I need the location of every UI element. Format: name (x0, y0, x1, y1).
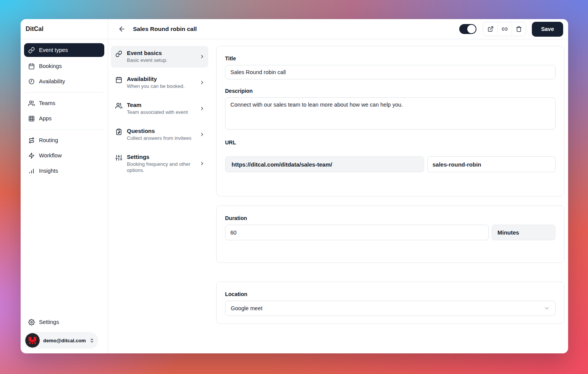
duration-input[interactable] (225, 225, 489, 240)
event-basics-card: Title Descripion Connect with our sales … (216, 46, 564, 196)
page-title: Sales Round robin call (133, 26, 197, 32)
avatar (25, 333, 40, 348)
sidebar-item-label: Workflow (39, 152, 62, 159)
subnav-item-availability[interactable]: Availability When you can be booked. (111, 72, 208, 94)
chevron-right-icon (199, 161, 205, 166)
subnav-item-title: Questions (127, 128, 195, 134)
users-icon (115, 102, 122, 116)
sidebar-divider (25, 129, 104, 130)
trash-icon (516, 26, 522, 32)
content-area: Event basics Basic event setup. Availabi… (108, 39, 568, 353)
url-base-readonly: https://ditcal.com/ditdata/sales-team/ (225, 156, 424, 172)
chevron-right-icon (199, 80, 205, 85)
sidebar-item-availability[interactable]: Availability (24, 74, 104, 89)
sidebar-item-label: Event types (39, 47, 68, 53)
sidebar-item-event-types[interactable]: Event types (24, 43, 104, 57)
sidebar-item-bookings[interactable]: Bookings (24, 58, 104, 74)
link-icon (115, 50, 122, 64)
sidebar-item-label: Apps (39, 115, 52, 121)
event-subnav: Event basics Basic event setup. Availabi… (108, 39, 211, 353)
chevron-down-icon (544, 305, 550, 311)
subnav-item-text: Availability When you can be booked. (127, 76, 195, 90)
subnav-item-subtitle: Collect answers from invitees (127, 135, 195, 142)
sidebar-item-label: Teams (39, 100, 55, 106)
duration-unit: Minutes (492, 225, 556, 240)
back-button[interactable] (117, 24, 127, 34)
user-menu[interactable]: demo@ditcal.com (24, 332, 98, 349)
app-window: DitCal Event types Bookings Availability… (21, 19, 568, 353)
user-email: demo@ditcal.com (43, 338, 86, 343)
preview-button[interactable] (483, 22, 497, 36)
publish-toggle[interactable] (459, 24, 476, 34)
delete-button[interactable] (512, 22, 526, 36)
subnav-item-text: Team Team associated with event (127, 102, 195, 116)
url-slug-input[interactable] (427, 156, 556, 172)
app-logo: DitCal (21, 19, 108, 39)
location-card: Location Google meet (216, 282, 564, 324)
subnav-item-settings[interactable]: Settings Booking frequency and other opt… (111, 150, 208, 178)
sidebar-item-insights[interactable]: Insights (24, 163, 104, 178)
location-label: Location (225, 291, 556, 297)
sidebar-item-apps[interactable]: Apps (24, 111, 104, 126)
toggle-knob (467, 25, 476, 33)
title-input[interactable] (225, 65, 556, 79)
chevrons-up-down-icon (89, 338, 94, 343)
subnav-item-title: Settings (127, 154, 195, 160)
subnav-item-subtitle: Team associated with event (127, 109, 195, 116)
copy-link-button[interactable] (497, 22, 512, 36)
page-header: Sales Round robin call Save (108, 19, 568, 39)
url-row: https://ditcal.com/ditdata/sales-team/ (225, 156, 556, 172)
subnav-item-text: Event basics Basic event setup. (127, 50, 195, 64)
sidebar-item-label: Routing (39, 137, 58, 143)
calendar-icon (28, 63, 35, 70)
event-actions-group (483, 22, 526, 36)
sidebar-item-label: Availability (39, 78, 65, 84)
chevron-right-icon (199, 132, 205, 137)
grid-icon (28, 115, 35, 122)
clipboard-edit-icon (115, 128, 122, 142)
sidebar: DitCal Event types Bookings Availability… (21, 19, 108, 353)
description-label: Descripion (225, 88, 556, 94)
location-selected-value: Google meet (231, 305, 262, 311)
main-region: Sales Round robin call Save (108, 19, 568, 353)
chevron-right-icon (199, 106, 205, 111)
save-button[interactable]: Save (532, 22, 563, 37)
chevron-right-icon (199, 54, 205, 59)
link-icon (28, 47, 35, 53)
subnav-item-questions[interactable]: Questions Collect answers from invitees (111, 124, 208, 146)
subnav-item-title: Event basics (127, 50, 195, 56)
duration-card: Duration Minutes (216, 206, 564, 263)
calendar-icon (115, 76, 122, 90)
description-textarea[interactable]: Connect with our sales team to lean more… (225, 97, 556, 130)
sliders-icon (115, 154, 122, 174)
link-icon (502, 26, 508, 32)
subnav-item-subtitle: Basic event setup. (127, 57, 195, 64)
duration-label: Duration (225, 215, 556, 221)
sidebar-item-label: Settings (39, 319, 59, 325)
sidebar-item-teams[interactable]: Teams (24, 96, 104, 111)
event-form: Title Descripion Connect with our sales … (211, 39, 568, 353)
clock-icon (28, 78, 35, 85)
zap-icon (28, 152, 35, 159)
subnav-item-subtitle: When you can be booked. (127, 83, 195, 90)
url-label: URL (225, 139, 556, 146)
subnav-item-title: Availability (127, 76, 195, 82)
subnav-item-event-basics[interactable]: Event basics Basic event setup. (111, 46, 208, 68)
bar-chart-icon (28, 168, 35, 174)
title-label: Title (225, 55, 556, 62)
arrow-left-icon (118, 25, 126, 33)
sidebar-item-workflow[interactable]: Workflow (24, 148, 104, 163)
sidebar-item-label: Bookings (39, 63, 62, 69)
duration-row: Minutes (225, 225, 556, 240)
sidebar-footer: Settings demo@ditcal.com (21, 313, 108, 353)
subnav-item-team[interactable]: Team Team associated with event (111, 98, 208, 120)
location-select[interactable]: Google meet (225, 301, 556, 316)
users-icon (28, 100, 35, 107)
sidebar-item-routing[interactable]: Routing (24, 133, 104, 148)
external-link-icon (488, 26, 494, 32)
route-icon (28, 137, 35, 144)
subnav-item-text: Settings Booking frequency and other opt… (127, 154, 195, 174)
sidebar-item-settings[interactable]: Settings (24, 314, 104, 330)
sidebar-nav: Event types Bookings Availability Teams … (21, 39, 108, 178)
subnav-item-subtitle: Booking frequency and other options. (127, 161, 192, 174)
